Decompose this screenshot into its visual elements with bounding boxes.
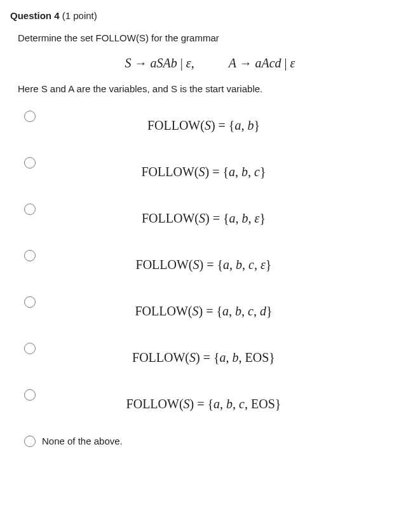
radio-icon[interactable] xyxy=(24,343,36,354)
grammar-bar-2: | xyxy=(285,56,290,70)
option-content: FOLLOW(S) = {a, b, c} xyxy=(36,156,410,179)
option-row[interactable]: FOLLOW(S) = {a, b} xyxy=(24,109,410,133)
radio-icon[interactable] xyxy=(24,389,36,401)
radio-icon[interactable] xyxy=(24,436,36,447)
grammar-display: S → aSAb | ε, A → aAcd | ε xyxy=(10,56,410,71)
option-row[interactable]: FOLLOW(S) = {a, b, c} xyxy=(24,156,410,179)
option-content: FOLLOW(S) = {a, b, EOS} xyxy=(36,341,410,365)
option-content: FOLLOW(S) = {a, b, c, d} xyxy=(36,295,410,319)
question-header: Question 4 (1 point) xyxy=(10,10,410,21)
grammar-bar-1: | xyxy=(180,56,186,70)
option-row[interactable]: FOLLOW(S) = {a, b, ε} xyxy=(24,202,410,226)
radio-icon[interactable] xyxy=(24,111,36,122)
question-number: Question 4 xyxy=(10,10,60,21)
grammar-A-lhs: A xyxy=(229,56,236,70)
radio-icon[interactable] xyxy=(24,296,36,308)
radio-icon[interactable] xyxy=(24,157,36,169)
grammar-S-rhs: aSAb xyxy=(151,56,177,70)
grammar-arrow-2: → xyxy=(239,56,252,70)
option-content: FOLLOW(S) = {a, b, ε} xyxy=(36,202,410,226)
option-row[interactable]: None of the above. xyxy=(24,434,410,447)
grammar-comma: , xyxy=(191,56,194,70)
grammar-note: Here S and A are the variables, and S is… xyxy=(18,83,410,94)
option-content: FOLLOW(S) = {a, b, c, ε} xyxy=(36,249,410,272)
question-points: (1 point) xyxy=(62,10,97,21)
option-row[interactable]: FOLLOW(S) = {a, b, c, d} xyxy=(24,295,410,319)
option-row[interactable]: FOLLOW(S) = {a, b, EOS} xyxy=(24,341,410,365)
option-row[interactable]: FOLLOW(S) = {a, b, c, EOS} xyxy=(24,388,410,411)
grammar-eps-1: ε xyxy=(186,56,191,70)
grammar-A-rhs: aAcd xyxy=(255,56,281,70)
option-content: FOLLOW(S) = {a, b, c, EOS} xyxy=(36,388,410,411)
grammar-arrow-1: → xyxy=(135,56,147,70)
radio-icon[interactable] xyxy=(24,250,36,261)
grammar-S-lhs: S xyxy=(125,56,132,70)
options-group: FOLLOW(S) = {a, b} FOLLOW(S) = {a, b, c}… xyxy=(10,109,410,453)
grammar-eps-2: ε xyxy=(290,56,295,70)
option-none-label: None of the above. xyxy=(42,436,123,446)
question-prompt: Determine the set FOLLOW(S) for the gram… xyxy=(18,32,410,43)
option-row[interactable]: FOLLOW(S) = {a, b, c, ε} xyxy=(24,249,410,272)
radio-icon[interactable] xyxy=(24,203,36,215)
option-content: FOLLOW(S) = {a, b} xyxy=(36,109,410,133)
